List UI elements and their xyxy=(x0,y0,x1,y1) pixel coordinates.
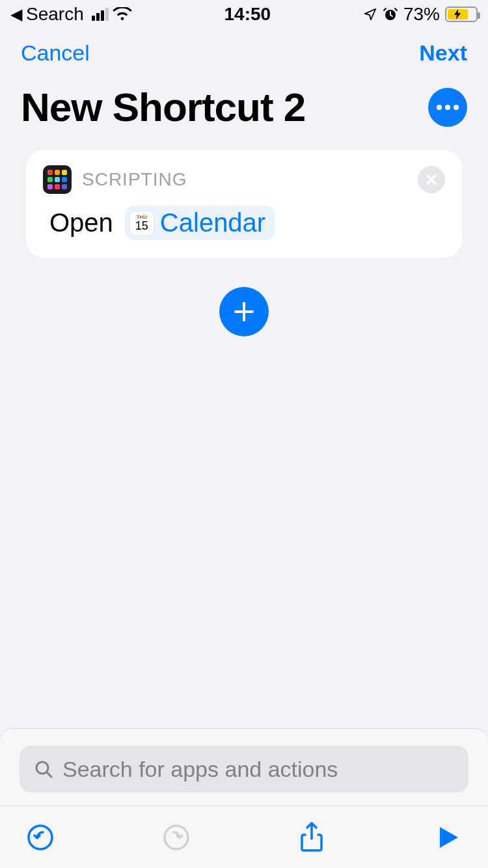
share-button[interactable] xyxy=(297,821,326,854)
status-right: 73% xyxy=(363,4,478,25)
search-placeholder: Search for apps and actions xyxy=(62,757,338,782)
cellular-signal-icon xyxy=(92,8,109,21)
status-time: 14:50 xyxy=(224,4,271,25)
location-icon xyxy=(363,7,377,21)
back-app-label[interactable]: Search xyxy=(26,4,84,25)
app-parameter-token[interactable]: THU 15 Calendar xyxy=(125,206,275,240)
status-bar: ◀ Search 14:50 73% xyxy=(0,0,488,29)
next-button[interactable]: Next xyxy=(419,40,467,66)
bottom-panel: Search for apps and actions xyxy=(0,728,488,868)
action-category-label: SCRIPTING xyxy=(82,169,187,190)
calendar-app-icon: THU 15 xyxy=(130,211,154,235)
redo-button[interactable] xyxy=(162,823,191,852)
search-input[interactable]: Search for apps and actions xyxy=(20,746,468,793)
add-action-button[interactable] xyxy=(219,287,269,336)
run-button[interactable] xyxy=(433,823,462,852)
action-verb: Open xyxy=(49,208,113,237)
battery-icon xyxy=(445,7,478,22)
app-parameter-name: Calendar xyxy=(160,208,265,237)
page-title: New Shortcut 2 xyxy=(21,84,305,130)
more-options-button[interactable] xyxy=(428,88,467,127)
action-card-header: SCRIPTING xyxy=(43,165,445,194)
action-card-body: Open THU 15 Calendar xyxy=(43,206,445,240)
title-row: New Shortcut 2 xyxy=(0,71,488,150)
search-icon xyxy=(34,759,53,779)
status-left: ◀ Search xyxy=(10,4,132,25)
scripting-icon xyxy=(43,165,72,194)
back-caret-icon[interactable]: ◀ xyxy=(10,5,22,23)
svg-point-3 xyxy=(165,826,188,849)
battery-percent: 73% xyxy=(403,4,440,25)
alarm-icon xyxy=(383,7,398,22)
svg-point-2 xyxy=(29,826,52,849)
action-card: SCRIPTING Open THU 15 Calendar xyxy=(26,150,462,258)
bottom-toolbar xyxy=(0,806,488,868)
wifi-icon xyxy=(113,7,132,21)
cancel-button[interactable]: Cancel xyxy=(21,40,90,66)
undo-button[interactable] xyxy=(26,823,55,852)
nav-bar: Cancel Next xyxy=(0,29,488,71)
remove-action-button[interactable] xyxy=(418,166,445,193)
